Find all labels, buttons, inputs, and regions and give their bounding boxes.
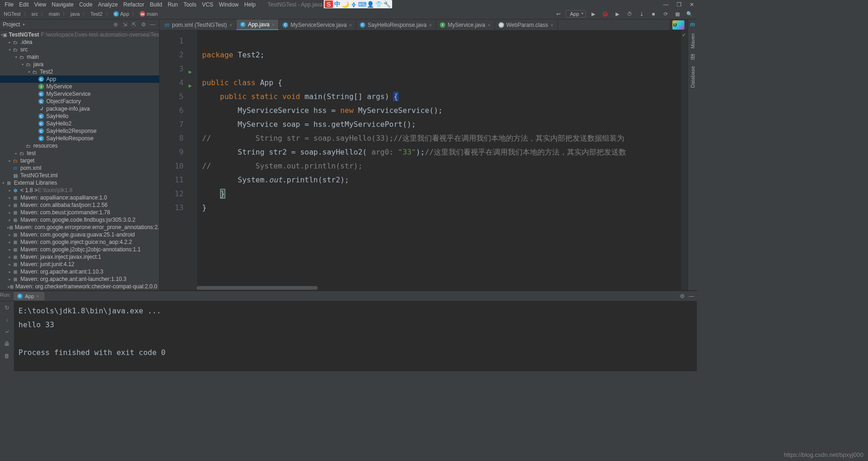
library-node[interactable]: ▸⊞Maven: javax.inject:javax.inject:1: [0, 253, 159, 261]
menu-build[interactable]: Build: [147, 1, 165, 8]
library-node[interactable]: ▸⊞Maven: com.google.code.findbugs:jsr305…: [0, 216, 159, 224]
nav-back-icon[interactable]: ↩: [554, 10, 563, 18]
external-libraries[interactable]: ▾⊞ External Libraries: [0, 179, 159, 187]
menu-edit[interactable]: Edit: [16, 1, 31, 8]
maven-tool-tab[interactable]: Maven: [689, 31, 696, 51]
menu-vcs[interactable]: VCS: [199, 1, 216, 8]
tree-node[interactable]: 𝙅package-info.java: [0, 105, 159, 112]
tool-icon[interactable]: 🔧: [383, 0, 391, 8]
search-icon[interactable]: 🔍: [685, 10, 694, 18]
tree-node[interactable]: CSayHelloResponse: [0, 135, 159, 142]
tree-root[interactable]: ▾▣ TestNGTest F:\workspace1\ves-test-aut…: [0, 31, 159, 38]
tree-node[interactable]: IMyService: [0, 83, 159, 90]
scrollbar-thumb[interactable]: [197, 286, 318, 290]
tree-node[interactable]: ▾🗀main: [0, 53, 159, 61]
tree-node[interactable]: CSayHello2: [0, 120, 159, 127]
tree-node[interactable]: ▾🗀src: [0, 46, 159, 53]
library-node[interactable]: ▸⊞Maven: com.google.j2objc:j2objc-annota…: [0, 246, 159, 253]
breadcrumb-app[interactable]: CApp: [111, 11, 131, 17]
line-number[interactable]: 3▶: [160, 62, 184, 76]
tree-node[interactable]: 🗀resources: [0, 142, 159, 150]
line-number[interactable]: 13: [160, 201, 184, 215]
debug-button-icon[interactable]: 🐞: [601, 10, 610, 18]
layout-button-icon[interactable]: ▦: [673, 10, 682, 18]
line-number[interactable]: 4▶: [160, 76, 184, 90]
editor-tab[interactable]: CApp.java×: [236, 19, 279, 30]
person-icon[interactable]: 👤: [366, 0, 375, 8]
trash-icon[interactable]: 🗑: [3, 352, 11, 360]
menu-tools[interactable]: Tools: [181, 1, 199, 8]
collapse-all-icon[interactable]: ⇱: [130, 21, 138, 28]
tree-node[interactable]: ▸🗀test: [0, 150, 159, 157]
tree-node[interactable]: CMyServiceService: [0, 90, 159, 98]
run-tab-app[interactable]: C App ×: [14, 292, 44, 300]
database-tool-tab[interactable]: Database: [689, 63, 696, 91]
tree-node[interactable]: CApp: [0, 75, 159, 83]
library-node[interactable]: ▸⊞Maven: junit:junit:4.12: [0, 261, 159, 268]
editor-horizontal-scrollbar[interactable]: [197, 286, 681, 290]
close-icon[interactable]: ×: [487, 22, 490, 28]
profile-button-icon[interactable]: ⏱: [625, 10, 634, 18]
tree-node[interactable]: ▸🗀target: [0, 157, 159, 164]
library-node[interactable]: ▸⬢< 1.8 > E:\tools\jdk1.8: [0, 187, 159, 194]
tree-node[interactable]: CObjectFactory: [0, 98, 159, 105]
run-settings-icon[interactable]: ⚙: [680, 293, 685, 299]
tree-node[interactable]: ▾🗀Test2: [0, 68, 159, 75]
menu-help[interactable]: Help: [241, 1, 259, 8]
tree-node[interactable]: mpom.xml: [0, 164, 159, 172]
gutter-run-icon[interactable]: ▶: [189, 65, 192, 79]
menu-run[interactable]: Run: [165, 1, 181, 8]
close-icon[interactable]: ×: [272, 22, 275, 27]
expand-all-icon[interactable]: ⇲: [121, 21, 129, 28]
line-number[interactable]: 6: [160, 104, 184, 118]
menu-file[interactable]: File: [2, 1, 16, 8]
line-number[interactable]: 7: [160, 118, 184, 131]
editor-tab[interactable]: mpom.xml (TestNGTest)×: [160, 19, 236, 30]
tree-node[interactable]: ▤TestNGTest.iml: [0, 172, 159, 179]
stop-button-icon[interactable]: ■: [649, 10, 658, 18]
ime-lang-icon[interactable]: 中: [333, 0, 341, 8]
tree-node[interactable]: ▸🗀.idea: [0, 38, 159, 46]
menu-navigate[interactable]: Navigate: [49, 1, 76, 8]
close-icon[interactable]: ×: [429, 22, 431, 28]
editor-tab[interactable]: @WebParam.class×: [495, 19, 558, 30]
stop-icon[interactable]: ↓: [3, 316, 11, 324]
editor-marker-bar[interactable]: ✔: [681, 31, 688, 290]
code-area[interactable]: package Test2; public class App { public…: [197, 31, 681, 290]
moon-icon[interactable]: 🌙: [341, 0, 350, 8]
print-icon[interactable]: 🖶: [3, 340, 11, 348]
breadcrumb-main[interactable]: main: [47, 11, 62, 17]
library-node[interactable]: ▸⊞Maven: org.apache.ant:ant:1.10.3: [0, 268, 159, 275]
line-number[interactable]: 9: [160, 145, 184, 159]
line-gutter[interactable]: 123▶4▶5678910111213: [160, 31, 187, 290]
menu-view[interactable]: View: [31, 1, 49, 8]
run-button-icon[interactable]: ▶: [589, 10, 598, 18]
breadcrumb-java[interactable]: java: [68, 11, 81, 17]
project-tree[interactable]: ▾▣ TestNGTest F:\workspace1\ves-test-aut…: [0, 30, 159, 290]
breadcrumb-src[interactable]: src: [30, 11, 40, 17]
breadcrumb-project[interactable]: NGTest: [2, 11, 23, 17]
editor-tab[interactable]: CMyServiceService.java×: [279, 19, 356, 30]
window-minimize-icon[interactable]: —: [663, 1, 669, 8]
run-hide-icon[interactable]: —: [689, 293, 694, 299]
line-number[interactable]: 2: [160, 48, 184, 62]
project-view-selector[interactable]: Project: [3, 21, 25, 28]
library-node[interactable]: ▸⊞Maven: org.apache.ant:ant-launcher:1.1…: [0, 275, 159, 283]
line-number[interactable]: 11: [160, 173, 184, 187]
window-maximize-icon[interactable]: ❐: [676, 1, 682, 8]
close-icon[interactable]: ×: [349, 22, 352, 28]
gutter-run-icon[interactable]: ▶: [189, 79, 192, 93]
close-icon[interactable]: ×: [550, 22, 553, 28]
library-node[interactable]: ▸⊞Maven: org.checkerframework:checker-co…: [0, 283, 159, 290]
update-button-icon[interactable]: ⟳: [661, 10, 670, 18]
tree-node[interactable]: CSayHello: [0, 112, 159, 120]
rerun-icon[interactable]: ↻: [3, 304, 11, 311]
tree-node[interactable]: ▾🗀java: [0, 61, 159, 68]
coverage-button-icon[interactable]: ▶: [613, 10, 622, 18]
run-config-selector[interactable]: App: [566, 10, 586, 18]
library-node[interactable]: ▸⊞Maven: aopalliance:aopalliance:1.0: [0, 194, 159, 201]
hide-icon[interactable]: —: [149, 21, 156, 28]
library-node[interactable]: ▸⊞Maven: com.google.inject:guice:no_aop:…: [0, 238, 159, 246]
soft-wrap-icon[interactable]: ⤶: [3, 328, 11, 336]
select-opened-file-icon[interactable]: ⊕: [112, 21, 119, 28]
